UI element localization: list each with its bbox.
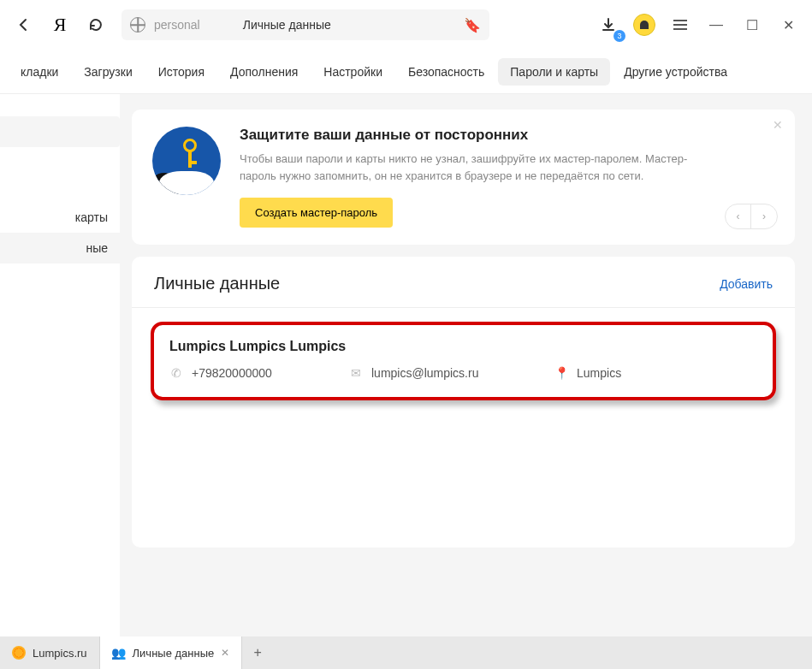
entry-phone-value: +79820000000 bbox=[192, 366, 272, 380]
tab-personal-data[interactable]: 👥 Личные данные ✕ bbox=[100, 636, 243, 669]
phone-icon: ✆ bbox=[169, 366, 183, 380]
banner-prev-icon[interactable]: ‹ bbox=[726, 204, 751, 228]
window-close-button[interactable]: ✕ bbox=[773, 9, 803, 40]
create-master-password-button[interactable]: Создать мастер-пароль bbox=[240, 198, 393, 228]
nav-tabs[interactable]: кладки bbox=[9, 58, 70, 86]
yandex-home-button[interactable]: Я bbox=[44, 9, 75, 40]
master-password-banner: ✕ Защитите ваши данные от посторонних Чт… bbox=[132, 110, 795, 245]
new-tab-button[interactable]: + bbox=[242, 636, 273, 669]
bookmark-icon[interactable]: 🔖 bbox=[464, 17, 481, 33]
entry-address: 📍 Lumpics bbox=[554, 366, 757, 380]
nav-security[interactable]: Безопасность bbox=[396, 58, 496, 86]
settings-nav: кладки Загрузки История Дополнения Настр… bbox=[0, 50, 812, 94]
favicon-lumpics bbox=[12, 646, 26, 660]
sidebar-placeholder bbox=[0, 116, 120, 147]
add-link[interactable]: Добавить bbox=[720, 277, 773, 291]
window-maximize-button[interactable]: ☐ bbox=[737, 9, 768, 40]
mail-icon: ✉ bbox=[349, 366, 363, 380]
globe-icon bbox=[130, 17, 145, 33]
content: ✕ Защитите ваши данные от посторонних Чт… bbox=[120, 94, 812, 636]
sidebar-item-cards[interactable]: карты bbox=[0, 202, 120, 233]
tab-close-icon[interactable]: ✕ bbox=[221, 647, 229, 659]
tab-bar: Lumpics.ru 👥 Личные данные ✕ + bbox=[0, 636, 812, 669]
tab-label: Lumpics.ru bbox=[33, 647, 87, 660]
menu-button[interactable] bbox=[665, 9, 696, 40]
card-title: Личные данные bbox=[154, 274, 280, 293]
nav-other-devices[interactable]: Другие устройства bbox=[612, 58, 739, 86]
sidebar: карты ные bbox=[0, 94, 120, 636]
banner-next-icon[interactable]: › bbox=[751, 204, 777, 228]
favicon-personal: 👥 bbox=[112, 646, 126, 660]
window-minimize-button[interactable]: — bbox=[701, 9, 732, 40]
sidebar-item-personal[interactable]: ные bbox=[0, 233, 120, 263]
main-area: карты ные ✕ Защитите ваши данные от пост… bbox=[0, 94, 812, 636]
nav-addons[interactable]: Дополнения bbox=[218, 58, 310, 86]
entry-address-value: Lumpics bbox=[577, 366, 621, 380]
browser-toolbar: Я personal Личные данные 🔖 3 — ☐ ✕ bbox=[0, 0, 812, 50]
banner-title: Защитите ваши данные от посторонних bbox=[240, 127, 774, 144]
entry-name: Lumpics Lumpics Lumpics bbox=[169, 339, 757, 354]
nav-downloads[interactable]: Загрузки bbox=[72, 58, 144, 86]
downloads-button[interactable]: 3 bbox=[593, 9, 624, 40]
back-button[interactable] bbox=[9, 9, 39, 40]
entry-phone: ✆ +79820000000 bbox=[169, 366, 341, 380]
downloads-badge: 3 bbox=[613, 30, 625, 42]
banner-illustration bbox=[152, 127, 221, 195]
personal-data-entry[interactable]: Lumpics Lumpics Lumpics ✆ +79820000000 ✉… bbox=[151, 322, 776, 400]
nav-passwords[interactable]: Пароли и карты bbox=[498, 58, 610, 86]
omnibox-title: Личные данные bbox=[243, 18, 331, 32]
reload-button[interactable] bbox=[80, 9, 111, 40]
banner-pager: ‹ › bbox=[725, 204, 778, 229]
profile-avatar[interactable] bbox=[629, 9, 660, 40]
banner-description: Чтобы ваши пароли и карты никто не узнал… bbox=[240, 151, 719, 184]
personal-data-card: Личные данные Добавить Lumpics Lumpics L… bbox=[132, 257, 795, 548]
omnibox[interactable]: personal Личные данные 🔖 bbox=[122, 9, 489, 40]
location-icon: 📍 bbox=[554, 366, 568, 380]
omnibox-prefix: personal bbox=[154, 18, 200, 32]
entry-email-value: lumpics@lumpics.ru bbox=[371, 366, 478, 380]
tab-label: Личные данные bbox=[133, 647, 215, 660]
nav-settings[interactable]: Настройки bbox=[311, 58, 394, 86]
entry-email: ✉ lumpics@lumpics.ru bbox=[349, 366, 546, 380]
nav-history[interactable]: История bbox=[146, 58, 216, 86]
banner-close-icon[interactable]: ✕ bbox=[773, 118, 783, 132]
tab-lumpics[interactable]: Lumpics.ru bbox=[0, 636, 100, 669]
